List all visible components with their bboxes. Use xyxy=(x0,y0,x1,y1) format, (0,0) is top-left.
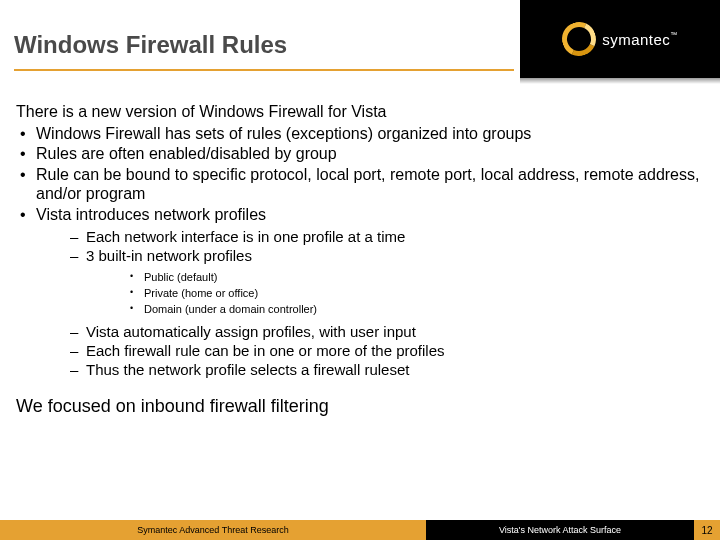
list-item: Domain (under a domain controller) xyxy=(130,302,704,318)
list-item: Windows Firewall has sets of rules (exce… xyxy=(16,124,704,144)
slide-body: There is a new version of Windows Firewa… xyxy=(0,84,720,418)
symantec-ring-icon xyxy=(557,17,601,61)
list-item-text: 3 built-in network profiles xyxy=(86,247,252,264)
list-item: Rules are often enabled/disabled by grou… xyxy=(16,144,704,164)
closing-text: We focused on inbound firewall filtering xyxy=(16,396,704,418)
intro-text: There is a new version of Windows Firewa… xyxy=(16,102,704,122)
list-item: Thus the network profile selects a firew… xyxy=(70,361,704,379)
logo-shadow xyxy=(520,78,720,84)
list-item: Each network interface is in one profile… xyxy=(70,228,704,246)
list-item: Vista introduces network profiles Each n… xyxy=(16,205,704,383)
list-item: Public (default) xyxy=(130,270,704,286)
slide-header: Windows Firewall Rules symantec™ xyxy=(0,0,720,84)
brand-logo-band: symantec™ xyxy=(520,0,720,78)
bullet-list-level2: Each network interface is in one profile… xyxy=(36,224,704,382)
list-item-text: Vista introduces network profiles xyxy=(36,206,266,223)
list-item: Private (home or office) xyxy=(130,286,704,302)
bullet-list-level1: Windows Firewall has sets of rules (exce… xyxy=(16,124,704,383)
footer-right: Vista's Network Attack Surface xyxy=(426,520,694,540)
list-item: Vista automatically assign profiles, wit… xyxy=(70,323,704,341)
brand-name: symantec™ xyxy=(602,31,678,48)
list-item: 3 built-in network profiles Public (defa… xyxy=(70,247,704,321)
footer-left: Symantec Advanced Threat Research xyxy=(0,520,426,540)
list-item: Each firewall rule can be in one or more… xyxy=(70,342,704,360)
title-underline xyxy=(14,69,514,71)
page-number: 12 xyxy=(694,520,720,540)
brand-text: symantec xyxy=(602,31,670,48)
bullet-list-level3: Public (default) Private (home or office… xyxy=(86,266,704,322)
trademark-symbol: ™ xyxy=(670,31,678,38)
list-item: Rule can be bound to specific protocol, … xyxy=(16,165,704,204)
slide-footer: Symantec Advanced Threat Research Vista'… xyxy=(0,520,720,540)
